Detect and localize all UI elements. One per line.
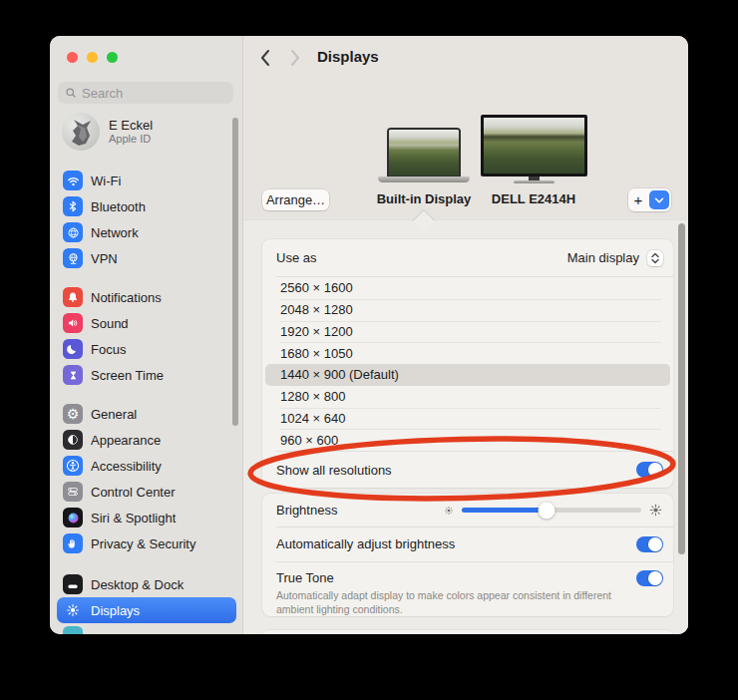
forward-button[interactable] xyxy=(289,49,301,67)
sidebar-nav: Wi-Fi Bluetooth Network VPN xyxy=(57,168,236,634)
hand-icon xyxy=(63,533,83,553)
apple-id-profile[interactable]: E Eckel Apple ID xyxy=(58,110,233,154)
resolution-option[interactable]: 1680 × 1050 xyxy=(262,342,673,364)
sidebar-item-focus[interactable]: Focus xyxy=(57,336,236,362)
sidebar-item-privacy-security[interactable]: Privacy & Security xyxy=(57,530,236,556)
appearance-icon xyxy=(63,430,83,450)
display-thumbnail-builtin[interactable] xyxy=(378,128,470,182)
profile-subtitle: Apple ID xyxy=(109,133,153,146)
true-tone-toggle[interactable] xyxy=(636,570,663,587)
chevron-down-icon[interactable] xyxy=(649,190,669,209)
bluetooth-icon xyxy=(63,196,83,216)
bell-icon xyxy=(63,287,83,307)
sidebar-item-appearance[interactable]: Appearance xyxy=(57,427,236,453)
speaker-icon xyxy=(63,313,83,333)
sidebar-item-screen-time[interactable]: Screen Time xyxy=(57,362,236,388)
main-scrollbar[interactable] xyxy=(678,223,685,554)
sidebar-item-accessibility[interactable]: Accessibility xyxy=(57,453,236,479)
zoom-button[interactable] xyxy=(107,52,118,63)
sidebar-item-network[interactable]: Network xyxy=(57,219,236,245)
control-center-icon xyxy=(63,482,83,502)
auto-brightness-label: Automatically adjust brightness xyxy=(276,536,636,551)
brightness-track[interactable] xyxy=(462,508,641,513)
resolution-option[interactable]: 1024 × 640 xyxy=(262,408,673,430)
true-tone-label: True Tone xyxy=(276,570,636,585)
display-thumbnail-dell[interactable] xyxy=(481,115,587,183)
show-all-resolutions-toggle[interactable] xyxy=(636,462,663,479)
show-all-resolutions-label: Show all resolutions xyxy=(276,463,636,478)
vpn-icon xyxy=(63,248,83,268)
brightness-label: Brightness xyxy=(276,503,443,518)
resolution-list: 2560 × 1600 2048 × 1280 1920 × 1200 1680… xyxy=(262,277,673,451)
close-button[interactable] xyxy=(67,52,78,63)
next-settings-card-partial xyxy=(262,630,673,634)
resolution-option[interactable]: 2560 × 1600 xyxy=(262,277,673,299)
sidebar-item-vpn[interactable]: VPN xyxy=(57,245,236,271)
brightness-slider[interactable] xyxy=(443,503,663,518)
avatar xyxy=(62,113,100,151)
brightness-fill xyxy=(462,508,547,513)
true-tone-description: Automatically adapt display to make colo… xyxy=(276,588,636,616)
gear-icon: ⚙ xyxy=(63,404,83,424)
partial-icon xyxy=(63,626,83,634)
brightness-high-icon xyxy=(648,503,663,518)
sidebar-scrollbar[interactable] xyxy=(232,118,238,426)
system-settings-window: Search E Eckel Apple ID Wi-Fi xyxy=(50,36,688,634)
sidebar-item-partial[interactable] xyxy=(57,623,236,634)
accessibility-icon xyxy=(63,456,83,476)
resolution-option-selected[interactable]: 1440 × 900 (Default) xyxy=(265,364,670,386)
auto-brightness-toggle[interactable] xyxy=(636,536,663,553)
sidebar-item-notifications[interactable]: Notifications xyxy=(57,284,236,310)
magnifier-icon xyxy=(65,87,77,99)
show-all-resolutions-row: Show all resolutions xyxy=(262,452,673,488)
wallpaper-image xyxy=(389,130,459,175)
arrange-button[interactable]: Arrange… xyxy=(262,189,329,210)
sidebar-item-wifi[interactable]: Wi-Fi xyxy=(57,168,236,193)
resolution-option[interactable]: 1280 × 800 xyxy=(262,386,673,408)
auto-brightness-row: Automatically adjust brightness xyxy=(262,527,673,560)
back-button[interactable] xyxy=(259,49,271,67)
resolution-option[interactable]: 2048 × 1280 xyxy=(262,299,673,321)
page-title: Displays xyxy=(317,48,379,65)
sidebar-item-control-center[interactable]: Control Center xyxy=(57,479,236,505)
plus-icon: + xyxy=(628,191,648,208)
use-as-row: Use as Main display xyxy=(262,239,673,276)
hourglass-icon xyxy=(63,365,83,385)
brightness-knob[interactable] xyxy=(538,502,554,519)
traffic-lights xyxy=(67,52,118,63)
siri-icon xyxy=(63,508,83,527)
use-as-label: Use as xyxy=(276,250,567,265)
sidebar: Search E Eckel Apple ID Wi-Fi xyxy=(50,36,242,634)
brightness-card: Brightness Automatically adjust brightne… xyxy=(262,494,673,616)
wallpaper-image xyxy=(484,118,584,174)
use-as-dropdown[interactable] xyxy=(647,250,663,266)
resolution-card: Use as Main display 2560 × 1600 2048 × 1… xyxy=(262,239,673,488)
resolution-option[interactable]: 960 × 600 xyxy=(262,429,673,451)
sun-icon xyxy=(63,600,83,620)
sidebar-item-sound[interactable]: Sound xyxy=(57,310,236,336)
wifi-icon xyxy=(63,171,83,190)
sidebar-item-bluetooth[interactable]: Bluetooth xyxy=(57,193,236,219)
sidebar-item-siri-spotlight[interactable]: Siri & Spotlight xyxy=(57,505,236,530)
dock-icon xyxy=(63,574,83,594)
resolution-option[interactable]: 1920 × 1200 xyxy=(262,321,673,343)
network-globe-icon xyxy=(63,222,83,242)
search-placeholder: Search xyxy=(82,86,123,101)
display-name-dell: DELL E2414H xyxy=(464,191,603,206)
sidebar-item-displays[interactable]: Displays xyxy=(57,597,236,623)
sidebar-item-general[interactable]: ⚙ General xyxy=(57,401,236,427)
sidebar-item-desktop-dock[interactable]: Desktop & Dock xyxy=(57,571,236,597)
search-input[interactable]: Search xyxy=(58,82,233,104)
brightness-low-icon xyxy=(443,505,455,517)
main-pane: Displays Built-in Display DELL E2414H Ar… xyxy=(242,36,688,634)
moon-icon xyxy=(63,339,83,359)
brightness-row: Brightness xyxy=(262,494,673,526)
profile-name: E Eckel xyxy=(109,118,153,133)
add-display-button[interactable]: + xyxy=(628,188,671,211)
use-as-value: Main display xyxy=(567,250,639,265)
true-tone-row: True Tone Automatically adapt display to… xyxy=(262,562,673,616)
minimize-button[interactable] xyxy=(87,52,98,63)
